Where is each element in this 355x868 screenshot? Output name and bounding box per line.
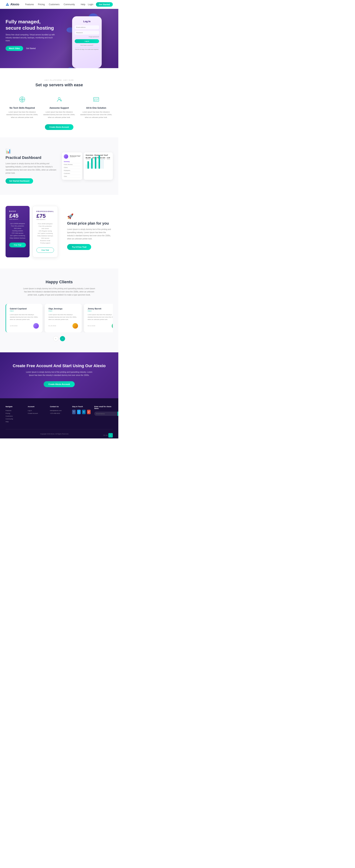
linkedin-icon[interactable]: in	[82, 410, 85, 414]
brand-logo[interactable]: Alexio	[5, 3, 19, 6]
footer-account-title: Account	[28, 406, 46, 407]
basic-feat-5: 24/7 uptime monitoring	[9, 235, 26, 237]
footer-link-community[interactable]: Community	[5, 418, 24, 420]
dash-stat-revenue-label: Revenue	[85, 159, 91, 160]
testimonial-jimmy-footer: 03-14-2018	[87, 323, 113, 329]
svg-point-8	[61, 100, 62, 101]
newsletter-submit-button[interactable]: →	[117, 412, 118, 416]
dashboard-cta-button[interactable]: Get Started Dashboard	[5, 178, 33, 184]
newsletter-email-field[interactable]	[94, 412, 117, 416]
cta-create-account-button[interactable]: Create Alexio Account	[44, 381, 75, 387]
watch-video-button[interactable]: Watch Video	[5, 46, 23, 51]
pricing-basic-card: BASIC £45 PER MONTH Up to 30GB webspace …	[5, 206, 30, 257]
dash-restaurant-name: Restaurant 'Soul'	[70, 155, 80, 157]
testimonial-jimmy-role: Client	[87, 310, 113, 312]
cta-desc: Lorem Ipsum is simply dummy text of the …	[24, 371, 94, 377]
testimonial-olga-footer: 01-29-2018	[48, 323, 78, 329]
phone-password-field: Password	[75, 31, 99, 35]
basic-amount: £45	[9, 213, 26, 218]
testimonial-olga-date: 01-29-2018	[48, 325, 56, 327]
nav-pricing[interactable]: Pricing	[38, 3, 45, 6]
pro-currency: £	[36, 213, 40, 219]
pro-feat-0: From 30GB webspace	[36, 223, 54, 225]
hero-get-started-button[interactable]: Get Started	[26, 48, 36, 50]
footer: Navigate Features Pricing Customers Comm…	[0, 398, 118, 438]
footer-newsletter: Enter email for Alexio News →	[94, 406, 113, 424]
dash-menu-orders[interactable]: Orders	[64, 166, 80, 169]
ease-section: ANY PLATFORM, ANY SIZE Set up servers wi…	[0, 68, 118, 137]
dash-bar-10	[102, 158, 104, 169]
hero-phone-area: Log In Email address Password Forgot pas…	[67, 12, 107, 68]
basic-currency: £	[9, 213, 12, 219]
dash-bar-2	[87, 161, 89, 169]
dash-stat-revenue: $6,280 Revenue	[85, 157, 91, 160]
nav-login[interactable]: Login	[88, 3, 93, 6]
footer-navigate: Navigate Features Pricing Customers Comm…	[5, 406, 24, 424]
testimonials-title: Happy Clients	[5, 280, 113, 284]
solution-icon	[92, 95, 101, 104]
dashboard-title: Practical Dashboard	[5, 156, 57, 160]
twitter-icon[interactable]: t	[77, 410, 81, 414]
nav-help[interactable]: Help	[81, 3, 85, 6]
basic-period: PER MONTH	[9, 218, 26, 220]
feature-solution-desc: Lorem Ipsum has been the industry's stan…	[79, 111, 113, 119]
pricing-cards: BASIC £45 PER MONTH Up to 30GB webspace …	[5, 206, 58, 257]
dash-menu-reviews[interactable]: Points Reviews	[64, 163, 80, 166]
footer-link-pricing[interactable]: Pricing	[5, 412, 24, 414]
footer-link-help[interactable]: Help	[5, 421, 24, 423]
phone-mockup: Log In Email address Password Forgot pas…	[72, 16, 102, 68]
pro-feat-8: Priority support	[36, 242, 54, 244]
dash-bar-1	[85, 164, 87, 169]
pro-feat-2: SSD drives	[36, 228, 54, 229]
basic-feat-4: FTP, SSH access	[9, 232, 26, 234]
feature-solution-title: All-In-One Solution	[79, 107, 113, 109]
footer-link-login[interactable]: Log In	[28, 410, 46, 411]
slider-prev-button[interactable]: ←	[53, 336, 59, 341]
dash-header: Restaurant 'Soul' Restaurant	[64, 154, 80, 159]
brand-name: Alexio	[10, 3, 19, 6]
dash-menu-customers[interactable]: Customers	[64, 172, 80, 175]
dash-menu-summary[interactable]: Summary	[64, 160, 80, 163]
dash-menu-employees[interactable]: Employees	[64, 169, 80, 172]
dash-stats: $6,280 Revenue 231↑170 Orders 22 min Avg…	[85, 157, 111, 160]
dashboard-desc: Lorem Ipsum is simply dummy text of the …	[5, 162, 57, 175]
testimonial-jimmy: Jimmy Barrett Client Lorem Ipsum has bee…	[84, 304, 113, 332]
pro-plan-name: PROFESSIONAL	[36, 211, 54, 212]
footer-link-customers[interactable]: Customers	[5, 415, 24, 417]
nav-features[interactable]: Features	[25, 3, 34, 6]
try-it-free-button[interactable]: Try It Free Trail	[67, 244, 91, 250]
phone-login-button[interactable]: Log In	[75, 39, 99, 43]
go-top-button[interactable]: ↑	[108, 433, 113, 437]
footer-newsletter-title: Enter email for Alexio News	[94, 406, 113, 409]
footer-account: Account Log In Create Account	[28, 406, 46, 424]
pro-free-trial-button[interactable]: Free Trial	[36, 248, 54, 253]
svg-rect-11	[94, 99, 96, 101]
create-account-button[interactable]: Create Alexio Account	[45, 124, 73, 130]
nav-customers[interactable]: Customers	[49, 3, 60, 6]
dashboard-panel-left: Restaurant 'Soul' Restaurant Summary Poi…	[62, 152, 82, 180]
slider-next-button[interactable]: →	[60, 336, 65, 341]
footer-link-create-account[interactable]: Create Account	[28, 412, 46, 414]
phone-no-account: Don't have a account?	[75, 44, 99, 46]
dash-chart	[85, 161, 111, 169]
dash-menu-other[interactable]: Other	[64, 175, 80, 178]
testimonial-olga-name: Olga Jennings	[48, 308, 78, 310]
cta-title: Create Free Account And Start Using Our …	[5, 364, 113, 368]
svg-point-2	[22, 99, 23, 100]
nav-community[interactable]: Community	[64, 3, 75, 6]
nav-get-started-button[interactable]: Get Started	[96, 2, 113, 7]
pro-feat-6: SSH access	[36, 237, 54, 239]
svg-rect-12	[96, 99, 98, 100]
basic-free-trial-button[interactable]: Free Trial	[9, 243, 26, 247]
dashboard-icon: 📊	[5, 149, 57, 154]
footer-contact: Contact Us hello@alexio.com +273-456-621…	[50, 406, 68, 424]
footer-go-top: Go Up ↑	[103, 433, 113, 437]
phone-forgot-link[interactable]: Forgot password?	[75, 36, 99, 37]
googleplus-icon[interactable]: g+	[87, 410, 91, 414]
pro-feat-7: Business email	[36, 240, 54, 242]
go-top-label: Go Up	[103, 434, 108, 436]
navbar: Alexio Features Pricing Customers Commun…	[0, 0, 118, 9]
facebook-icon[interactable]: f	[72, 410, 76, 414]
basic-plan-name: BASIC	[9, 210, 26, 212]
footer-link-features[interactable]: Features	[5, 410, 24, 411]
